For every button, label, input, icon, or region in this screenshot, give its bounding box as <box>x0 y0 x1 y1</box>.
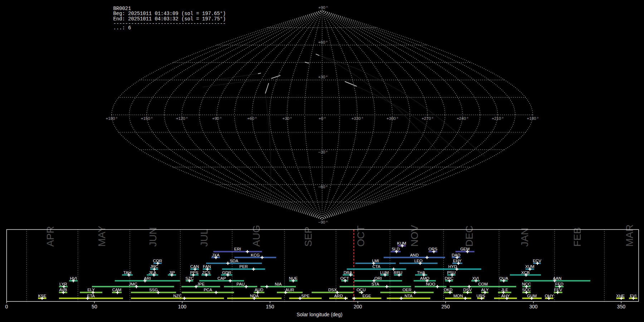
svg-text:DSV: DSV <box>463 288 472 292</box>
svg-text:−60 °: −60 ° <box>318 185 327 189</box>
svg-text:DSX: DSX <box>328 288 337 292</box>
svg-text:SLD: SLD <box>392 247 400 251</box>
svg-text:GUM: GUM <box>527 294 537 298</box>
svg-text:LMI: LMI <box>372 259 379 263</box>
svg-text:NZC: NZC <box>173 294 182 298</box>
svg-text:MAY: MAY <box>96 226 107 247</box>
svg-text:LUM: LUM <box>380 270 389 275</box>
svg-text:STA: STA <box>371 282 379 286</box>
svg-text:MON: MON <box>453 294 463 298</box>
svg-text:JAN: JAN <box>519 228 530 247</box>
svg-text:CAP: CAP <box>218 276 226 280</box>
svg-text:+330 °: +330 ° <box>351 116 363 121</box>
svg-text:ERI: ERI <box>234 247 241 251</box>
svg-text:JPE: JPE <box>197 282 205 286</box>
svg-text:250: 250 <box>441 304 450 309</box>
svg-text:0: 0 <box>5 304 8 309</box>
svg-text:SZC: SZC <box>185 276 194 280</box>
svg-text:ARI: ARI <box>144 276 151 280</box>
svg-text:GDR: GDR <box>222 270 231 275</box>
svg-text:NIA: NIA <box>275 282 282 286</box>
svg-text:FED: FED <box>555 282 564 286</box>
svg-text:OCT: OCT <box>340 276 349 280</box>
svg-text:COR: COR <box>153 259 162 263</box>
svg-text:+210 °: +210 ° <box>492 116 503 121</box>
svg-text:+60 °: +60 ° <box>247 116 257 121</box>
svg-text:+180 °: +180 ° <box>106 116 118 121</box>
svg-text:JEA: JEA <box>149 270 156 275</box>
svg-text:+90 °: +90 ° <box>318 5 328 10</box>
svg-text:NTA: NTA <box>405 294 413 298</box>
svg-text:XCB: XCB <box>521 270 530 275</box>
svg-text:+150 °: +150 ° <box>141 116 153 121</box>
svg-text:+270 °: +270 ° <box>421 116 433 121</box>
svg-text:XUM: XUM <box>525 264 535 269</box>
svg-text:200: 200 <box>353 304 362 309</box>
svg-text:PAU: PAU <box>236 282 245 286</box>
svg-text:FEV: FEV <box>554 288 562 292</box>
svg-text:JXA: JXA <box>212 253 219 257</box>
svg-text:AMO: AMO <box>420 276 429 280</box>
svg-text:Solar longitude (deg): Solar longitude (deg) <box>297 312 342 317</box>
svg-text:XVI: XVI <box>472 276 479 280</box>
svg-text:DEC: DEC <box>464 225 475 247</box>
svg-text:AAN: AAN <box>553 276 562 280</box>
svg-text:LEO: LEO <box>414 259 423 263</box>
svg-text:...: 6: ...: 6 <box>113 25 131 31</box>
svg-text:PPS: PPS <box>190 270 198 275</box>
svg-text:GEM: GEM <box>460 247 469 251</box>
svg-text:TAH: TAH <box>123 270 131 275</box>
svg-text:350: 350 <box>617 304 626 309</box>
svg-text:QUA: QUA <box>499 276 508 280</box>
svg-text:AVB: AVB <box>59 288 67 292</box>
svg-text:AHY: AHY <box>501 294 510 298</box>
svg-text:ORI: ORI <box>375 276 382 280</box>
svg-text:JRC: JRC <box>150 264 158 269</box>
svg-text:AND: AND <box>410 253 419 257</box>
svg-text:FAN: FAN <box>203 264 211 269</box>
svg-text:NUE: NUE <box>289 276 298 280</box>
svg-text:SCC: SCC <box>522 288 531 292</box>
svg-text:−90 °: −90 ° <box>318 220 327 224</box>
svg-text:COM: COM <box>478 282 488 286</box>
svg-text:+60 °: +60 ° <box>318 40 327 44</box>
svg-text:ELY: ELY <box>87 288 95 292</box>
svg-text:ECV: ECV <box>533 259 541 263</box>
svg-text:ALY: ALY <box>481 288 489 292</box>
svg-text:EVI: EVI <box>630 294 636 298</box>
svg-text:+120 °: +120 ° <box>176 116 188 121</box>
svg-text:AUG: AUG <box>251 225 262 247</box>
svg-text:APR: APR <box>45 226 56 247</box>
svg-text:HVI: HVI <box>70 276 77 280</box>
svg-text:+90 °: +90 ° <box>212 116 221 121</box>
svg-text:DPC: DPC <box>445 276 453 280</box>
svg-text:ETA: ETA <box>87 294 95 298</box>
svg-text:SDA: SDA <box>230 259 238 263</box>
svg-text:+180 °: +180 ° <box>527 116 539 121</box>
svg-text:150: 150 <box>266 304 274 309</box>
svg-text:LYR: LYR <box>59 282 67 286</box>
svg-text:NDA: NDA <box>250 294 259 298</box>
svg-text:BR0021: BR0021 <box>113 6 131 11</box>
svg-text:OCU: OCU <box>356 288 366 292</box>
svg-text:RPU: RPU <box>394 270 402 275</box>
svg-text:THA: THA <box>417 270 425 275</box>
svg-text:ZCS: ZCS <box>202 270 210 275</box>
svg-text:KSE: KSE <box>38 294 46 298</box>
svg-text:DRA: DRA <box>343 270 352 275</box>
svg-text:+240 °: +240 ° <box>457 116 468 121</box>
svg-text:NCC: NCC <box>522 282 531 286</box>
svg-text:100: 100 <box>178 304 187 309</box>
svg-text:OCT: OCT <box>355 225 366 247</box>
svg-text:DAD: DAD <box>452 253 460 257</box>
svg-text:KCG: KCG <box>251 253 260 257</box>
svg-text:JMC: JMC <box>129 282 137 286</box>
svg-text:FEB: FEB <box>572 227 583 247</box>
svg-text:CAN: CAN <box>190 264 199 269</box>
svg-text:CAM: CAM <box>112 288 122 292</box>
svg-text:+30 °: +30 ° <box>282 116 292 121</box>
svg-text:Beg: 20251011 01:43:09 (sol =: Beg: 20251011 01:43:09 (sol = 197.65°) <box>113 11 226 16</box>
svg-text:ARD: ARD <box>334 294 343 298</box>
svg-text:JUL: JUL <box>199 229 210 247</box>
svg-text:+30 °: +30 ° <box>318 75 327 79</box>
